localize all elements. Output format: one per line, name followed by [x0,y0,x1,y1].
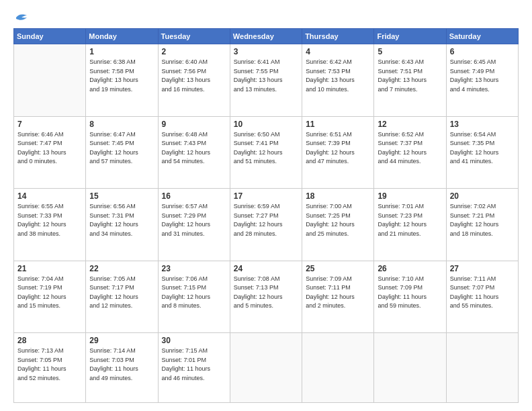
day-info: Sunrise: 6:41 AM Sunset: 7:55 PM Dayligh… [234,58,298,94]
calendar-week-row: 14Sunrise: 6:55 AM Sunset: 7:33 PM Dayli… [14,189,519,261]
calendar-cell: 2Sunrise: 6:40 AM Sunset: 7:56 PM Daylig… [158,44,230,117]
day-number: 9 [162,120,226,129]
day-number: 15 [89,191,154,201]
day-number: 7 [17,120,82,129]
calendar-week-row: 7Sunrise: 6:46 AM Sunset: 7:47 PM Daylig… [14,116,519,189]
day-info: Sunrise: 6:38 AM Sunset: 7:58 PM Dayligh… [89,58,154,94]
day-number: 24 [234,264,298,273]
calendar-cell: 11Sunrise: 6:51 AM Sunset: 7:39 PM Dayli… [302,116,374,189]
day-info: Sunrise: 7:06 AM Sunset: 7:15 PM Dayligh… [162,275,226,311]
weekday-header-saturday: Saturday [446,29,518,44]
day-info: Sunrise: 6:40 AM Sunset: 7:56 PM Dayligh… [162,58,226,94]
day-info: Sunrise: 6:56 AM Sunset: 7:31 PM Dayligh… [89,202,154,238]
day-info: Sunrise: 7:11 AM Sunset: 7:07 PM Dayligh… [450,275,515,311]
calendar-cell: 14Sunrise: 6:55 AM Sunset: 7:33 PM Dayli… [14,189,86,261]
calendar-cell [14,44,86,117]
day-info: Sunrise: 7:15 AM Sunset: 7:01 PM Dayligh… [162,347,226,383]
day-number: 19 [378,191,442,201]
calendar-cell: 23Sunrise: 7:06 AM Sunset: 7:15 PM Dayli… [158,261,230,333]
day-number: 26 [378,264,442,273]
day-number: 22 [89,264,154,273]
calendar-cell: 16Sunrise: 6:57 AM Sunset: 7:29 PM Dayli… [158,189,230,261]
calendar-cell: 18Sunrise: 7:00 AM Sunset: 7:25 PM Dayli… [302,189,374,261]
day-number: 18 [306,191,370,201]
day-number: 5 [378,47,442,56]
day-number: 8 [89,120,154,129]
calendar-cell: 25Sunrise: 7:09 AM Sunset: 7:11 PM Dayli… [302,261,374,333]
calendar-cell: 5Sunrise: 6:43 AM Sunset: 7:51 PM Daylig… [374,44,446,117]
calendar-week-row: 28Sunrise: 7:13 AM Sunset: 7:05 PM Dayli… [14,333,519,403]
day-number: 30 [162,336,226,345]
calendar-cell: 27Sunrise: 7:11 AM Sunset: 7:07 PM Dayli… [446,261,518,333]
day-info: Sunrise: 6:52 AM Sunset: 7:37 PM Dayligh… [378,130,442,167]
weekday-header-sunday: Sunday [14,29,86,44]
calendar-cell: 17Sunrise: 6:59 AM Sunset: 7:27 PM Dayli… [230,189,302,261]
day-number: 27 [450,264,515,273]
day-info: Sunrise: 6:50 AM Sunset: 7:41 PM Dayligh… [234,130,298,167]
calendar-cell: 22Sunrise: 7:05 AM Sunset: 7:17 PM Dayli… [86,261,158,333]
calendar-cell: 21Sunrise: 7:04 AM Sunset: 7:19 PM Dayli… [14,261,86,333]
day-info: Sunrise: 7:08 AM Sunset: 7:13 PM Dayligh… [234,275,298,311]
calendar-cell: 4Sunrise: 6:42 AM Sunset: 7:53 PM Daylig… [302,44,374,117]
calendar-cell [302,333,374,403]
weekday-header-wednesday: Wednesday [230,29,302,44]
day-info: Sunrise: 6:59 AM Sunset: 7:27 PM Dayligh… [234,202,298,238]
day-number: 13 [450,120,515,129]
calendar-cell: 15Sunrise: 6:56 AM Sunset: 7:31 PM Dayli… [86,189,158,261]
day-info: Sunrise: 6:42 AM Sunset: 7:53 PM Dayligh… [306,58,370,94]
day-info: Sunrise: 7:09 AM Sunset: 7:11 PM Dayligh… [306,275,370,311]
day-info: Sunrise: 7:01 AM Sunset: 7:23 PM Dayligh… [378,202,442,238]
day-info: Sunrise: 7:10 AM Sunset: 7:09 PM Dayligh… [378,275,442,311]
day-number: 10 [234,120,298,129]
calendar-cell: 13Sunrise: 6:54 AM Sunset: 7:35 PM Dayli… [446,116,518,189]
calendar-cell [374,333,446,403]
day-info: Sunrise: 7:04 AM Sunset: 7:19 PM Dayligh… [17,275,82,311]
day-number: 28 [17,336,82,345]
header [13,12,519,23]
calendar-cell: 19Sunrise: 7:01 AM Sunset: 7:23 PM Dayli… [374,189,446,261]
calendar-cell: 24Sunrise: 7:08 AM Sunset: 7:13 PM Dayli… [230,261,302,333]
weekday-header-tuesday: Tuesday [158,29,230,44]
day-info: Sunrise: 7:14 AM Sunset: 7:03 PM Dayligh… [89,347,154,383]
calendar: SundayMondayTuesdayWednesdayThursdayFrid… [13,28,519,403]
weekday-header-row: SundayMondayTuesdayWednesdayThursdayFrid… [14,29,519,44]
day-info: Sunrise: 6:47 AM Sunset: 7:45 PM Dayligh… [89,130,154,167]
day-info: Sunrise: 7:13 AM Sunset: 7:05 PM Dayligh… [17,347,82,383]
calendar-cell: 29Sunrise: 7:14 AM Sunset: 7:03 PM Dayli… [86,333,158,403]
calendar-cell: 26Sunrise: 7:10 AM Sunset: 7:09 PM Dayli… [374,261,446,333]
day-info: Sunrise: 7:02 AM Sunset: 7:21 PM Dayligh… [450,202,515,238]
calendar-cell: 30Sunrise: 7:15 AM Sunset: 7:01 PM Dayli… [158,333,230,403]
day-info: Sunrise: 7:05 AM Sunset: 7:17 PM Dayligh… [89,275,154,311]
day-number: 12 [378,120,442,129]
logo-text [13,12,28,23]
weekday-header-thursday: Thursday [302,29,374,44]
day-number: 1 [89,47,154,56]
day-number: 11 [306,120,370,129]
logo-bird-icon [15,12,28,23]
day-info: Sunrise: 6:48 AM Sunset: 7:43 PM Dayligh… [162,130,226,167]
weekday-header-friday: Friday [374,29,446,44]
day-info: Sunrise: 6:54 AM Sunset: 7:35 PM Dayligh… [450,130,515,167]
day-number: 20 [450,191,515,201]
calendar-cell: 3Sunrise: 6:41 AM Sunset: 7:55 PM Daylig… [230,44,302,117]
day-number: 16 [162,191,226,201]
logo [13,12,28,23]
day-info: Sunrise: 6:57 AM Sunset: 7:29 PM Dayligh… [162,202,226,238]
calendar-cell: 6Sunrise: 6:45 AM Sunset: 7:49 PM Daylig… [446,44,518,117]
calendar-cell [230,333,302,403]
day-number: 4 [306,47,370,56]
day-info: Sunrise: 6:51 AM Sunset: 7:39 PM Dayligh… [306,130,370,167]
weekday-header-monday: Monday [86,29,158,44]
day-info: Sunrise: 6:55 AM Sunset: 7:33 PM Dayligh… [17,202,82,238]
calendar-cell: 10Sunrise: 6:50 AM Sunset: 7:41 PM Dayli… [230,116,302,189]
day-number: 2 [162,47,226,56]
calendar-week-row: 21Sunrise: 7:04 AM Sunset: 7:19 PM Dayli… [14,261,519,333]
day-info: Sunrise: 6:45 AM Sunset: 7:49 PM Dayligh… [450,58,515,94]
calendar-cell: 12Sunrise: 6:52 AM Sunset: 7:37 PM Dayli… [374,116,446,189]
day-number: 23 [162,264,226,273]
day-number: 17 [234,191,298,201]
day-number: 29 [89,336,154,345]
calendar-cell: 28Sunrise: 7:13 AM Sunset: 7:05 PM Dayli… [14,333,86,403]
day-info: Sunrise: 6:43 AM Sunset: 7:51 PM Dayligh… [378,58,442,94]
page: SundayMondayTuesdayWednesdayThursdayFrid… [0,0,532,411]
